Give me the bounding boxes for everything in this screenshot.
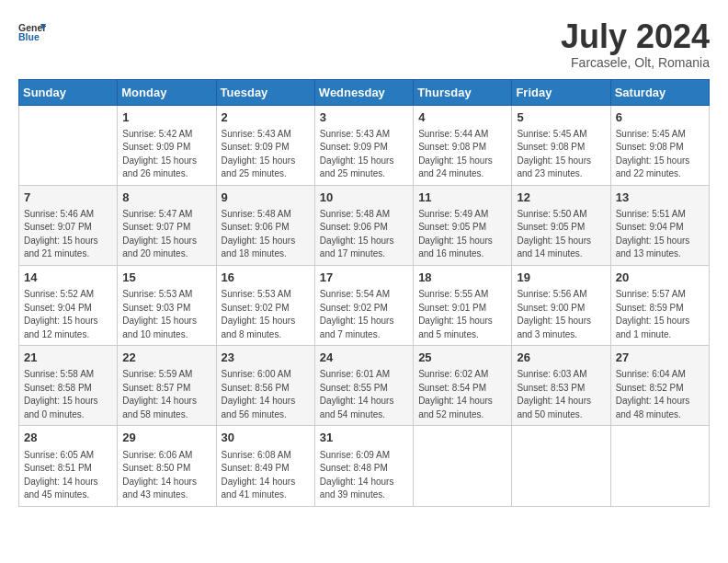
calendar-cell bbox=[414, 426, 512, 506]
day-number: 18 bbox=[418, 270, 506, 286]
calendar-cell: 15Sunrise: 5:53 AM Sunset: 9:03 PM Dayli… bbox=[118, 265, 216, 345]
day-number: 17 bbox=[320, 270, 408, 286]
calendar-cell: 14Sunrise: 5:52 AM Sunset: 9:04 PM Dayli… bbox=[19, 265, 118, 345]
day-info: Sunrise: 5:50 AM Sunset: 9:05 PM Dayligh… bbox=[517, 208, 605, 261]
day-info: Sunrise: 5:59 AM Sunset: 8:57 PM Dayligh… bbox=[122, 368, 210, 421]
calendar-cell: 9Sunrise: 5:48 AM Sunset: 9:06 PM Daylig… bbox=[216, 185, 314, 265]
day-number: 31 bbox=[320, 430, 408, 446]
calendar-cell bbox=[512, 426, 610, 506]
col-header-friday: Friday bbox=[512, 79, 610, 105]
day-number: 15 bbox=[122, 270, 210, 286]
day-number: 5 bbox=[517, 109, 605, 126]
day-number: 25 bbox=[418, 350, 506, 366]
month-year: July 2024 bbox=[561, 18, 710, 55]
day-info: Sunrise: 5:57 AM Sunset: 8:59 PM Dayligh… bbox=[616, 288, 704, 341]
day-number: 24 bbox=[320, 350, 408, 366]
day-info: Sunrise: 5:55 AM Sunset: 9:01 PM Dayligh… bbox=[418, 288, 506, 341]
day-info: Sunrise: 6:06 AM Sunset: 8:50 PM Dayligh… bbox=[122, 449, 210, 502]
day-info: Sunrise: 6:08 AM Sunset: 8:49 PM Dayligh… bbox=[222, 449, 310, 502]
calendar-cell: 28Sunrise: 6:05 AM Sunset: 8:51 PM Dayli… bbox=[19, 426, 118, 506]
day-number: 4 bbox=[418, 109, 506, 126]
calendar-cell: 27Sunrise: 6:04 AM Sunset: 8:52 PM Dayli… bbox=[610, 346, 709, 426]
day-info: Sunrise: 5:45 AM Sunset: 9:08 PM Dayligh… bbox=[616, 128, 704, 181]
calendar-week-row: 28Sunrise: 6:05 AM Sunset: 8:51 PM Dayli… bbox=[19, 426, 710, 506]
col-header-tuesday: Tuesday bbox=[216, 79, 314, 105]
day-number: 26 bbox=[517, 350, 605, 366]
day-info: Sunrise: 5:43 AM Sunset: 9:09 PM Dayligh… bbox=[222, 128, 310, 181]
col-header-thursday: Thursday bbox=[414, 79, 512, 105]
day-info: Sunrise: 5:48 AM Sunset: 9:06 PM Dayligh… bbox=[320, 208, 408, 261]
location: Farcasele, Olt, Romania bbox=[561, 55, 710, 70]
calendar-cell: 19Sunrise: 5:56 AM Sunset: 9:00 PM Dayli… bbox=[512, 265, 610, 345]
day-info: Sunrise: 6:09 AM Sunset: 8:48 PM Dayligh… bbox=[320, 449, 408, 502]
calendar-cell: 22Sunrise: 5:59 AM Sunset: 8:57 PM Dayli… bbox=[118, 346, 216, 426]
calendar-cell: 17Sunrise: 5:54 AM Sunset: 9:02 PM Dayli… bbox=[314, 265, 413, 345]
logo-icon: General Blue bbox=[18, 18, 46, 46]
day-number: 21 bbox=[24, 350, 112, 366]
day-number: 19 bbox=[517, 270, 605, 286]
day-info: Sunrise: 5:42 AM Sunset: 9:09 PM Dayligh… bbox=[122, 128, 210, 181]
calendar-cell: 5Sunrise: 5:45 AM Sunset: 9:08 PM Daylig… bbox=[512, 105, 610, 185]
calendar-week-row: 21Sunrise: 5:58 AM Sunset: 8:58 PM Dayli… bbox=[19, 346, 710, 426]
day-info: Sunrise: 5:43 AM Sunset: 9:09 PM Dayligh… bbox=[320, 128, 408, 181]
title-block: July 2024 Farcasele, Olt, Romania bbox=[561, 18, 710, 70]
day-info: Sunrise: 5:52 AM Sunset: 9:04 PM Dayligh… bbox=[24, 288, 112, 341]
calendar-cell: 24Sunrise: 6:01 AM Sunset: 8:55 PM Dayli… bbox=[314, 346, 413, 426]
calendar-cell: 1Sunrise: 5:42 AM Sunset: 9:09 PM Daylig… bbox=[118, 105, 216, 185]
calendar-cell: 7Sunrise: 5:46 AM Sunset: 9:07 PM Daylig… bbox=[19, 185, 118, 265]
day-info: Sunrise: 6:03 AM Sunset: 8:53 PM Dayligh… bbox=[517, 368, 605, 421]
logo: General Blue bbox=[18, 18, 46, 46]
calendar-header-row: SundayMondayTuesdayWednesdayThursdayFrid… bbox=[19, 79, 710, 105]
day-info: Sunrise: 5:54 AM Sunset: 9:02 PM Dayligh… bbox=[320, 288, 408, 341]
col-header-saturday: Saturday bbox=[610, 79, 709, 105]
calendar-table: SundayMondayTuesdayWednesdayThursdayFrid… bbox=[18, 79, 710, 507]
day-info: Sunrise: 5:49 AM Sunset: 9:05 PM Dayligh… bbox=[418, 208, 506, 261]
day-info: Sunrise: 6:01 AM Sunset: 8:55 PM Dayligh… bbox=[320, 368, 408, 421]
day-number: 14 bbox=[24, 270, 112, 286]
day-number: 1 bbox=[122, 109, 210, 126]
day-info: Sunrise: 6:02 AM Sunset: 8:54 PM Dayligh… bbox=[418, 368, 506, 421]
day-number: 13 bbox=[616, 190, 704, 206]
day-info: Sunrise: 5:53 AM Sunset: 9:02 PM Dayligh… bbox=[222, 288, 310, 341]
day-number: 2 bbox=[222, 109, 310, 126]
calendar-cell: 23Sunrise: 6:00 AM Sunset: 8:56 PM Dayli… bbox=[216, 346, 314, 426]
day-number: 23 bbox=[222, 350, 310, 366]
calendar-cell: 2Sunrise: 5:43 AM Sunset: 9:09 PM Daylig… bbox=[216, 105, 314, 185]
day-info: Sunrise: 6:04 AM Sunset: 8:52 PM Dayligh… bbox=[616, 368, 704, 421]
day-number: 3 bbox=[320, 109, 408, 126]
day-info: Sunrise: 6:00 AM Sunset: 8:56 PM Dayligh… bbox=[222, 368, 310, 421]
calendar-cell: 6Sunrise: 5:45 AM Sunset: 9:08 PM Daylig… bbox=[610, 105, 709, 185]
day-info: Sunrise: 5:44 AM Sunset: 9:08 PM Dayligh… bbox=[418, 128, 506, 181]
day-info: Sunrise: 5:56 AM Sunset: 9:00 PM Dayligh… bbox=[517, 288, 605, 341]
calendar-cell: 3Sunrise: 5:43 AM Sunset: 9:09 PM Daylig… bbox=[314, 105, 413, 185]
calendar-cell: 30Sunrise: 6:08 AM Sunset: 8:49 PM Dayli… bbox=[216, 426, 314, 506]
calendar-cell: 31Sunrise: 6:09 AM Sunset: 8:48 PM Dayli… bbox=[314, 426, 413, 506]
day-info: Sunrise: 5:53 AM Sunset: 9:03 PM Dayligh… bbox=[122, 288, 210, 341]
calendar-cell bbox=[610, 426, 709, 506]
day-number: 10 bbox=[320, 190, 408, 206]
day-number: 30 bbox=[222, 430, 310, 446]
day-number: 22 bbox=[122, 350, 210, 366]
calendar-week-row: 14Sunrise: 5:52 AM Sunset: 9:04 PM Dayli… bbox=[19, 265, 710, 345]
calendar-cell: 20Sunrise: 5:57 AM Sunset: 8:59 PM Dayli… bbox=[610, 265, 709, 345]
day-number: 29 bbox=[122, 430, 210, 446]
day-info: Sunrise: 5:51 AM Sunset: 9:04 PM Dayligh… bbox=[616, 208, 704, 261]
day-number: 8 bbox=[122, 190, 210, 206]
day-number: 7 bbox=[24, 190, 112, 206]
day-info: Sunrise: 5:47 AM Sunset: 9:07 PM Dayligh… bbox=[122, 208, 210, 261]
day-number: 16 bbox=[222, 270, 310, 286]
day-number: 20 bbox=[616, 270, 704, 286]
day-number: 27 bbox=[616, 350, 704, 366]
calendar-cell: 21Sunrise: 5:58 AM Sunset: 8:58 PM Dayli… bbox=[19, 346, 118, 426]
day-info: Sunrise: 5:45 AM Sunset: 9:08 PM Dayligh… bbox=[517, 128, 605, 181]
calendar-cell: 12Sunrise: 5:50 AM Sunset: 9:05 PM Dayli… bbox=[512, 185, 610, 265]
calendar-week-row: 1Sunrise: 5:42 AM Sunset: 9:09 PM Daylig… bbox=[19, 105, 710, 185]
calendar-cell: 8Sunrise: 5:47 AM Sunset: 9:07 PM Daylig… bbox=[118, 185, 216, 265]
col-header-wednesday: Wednesday bbox=[314, 79, 413, 105]
svg-text:Blue: Blue bbox=[18, 31, 40, 42]
calendar-cell: 11Sunrise: 5:49 AM Sunset: 9:05 PM Dayli… bbox=[414, 185, 512, 265]
calendar-week-row: 7Sunrise: 5:46 AM Sunset: 9:07 PM Daylig… bbox=[19, 185, 710, 265]
day-info: Sunrise: 5:46 AM Sunset: 9:07 PM Dayligh… bbox=[24, 208, 112, 261]
day-info: Sunrise: 5:48 AM Sunset: 9:06 PM Dayligh… bbox=[222, 208, 310, 261]
calendar-cell: 25Sunrise: 6:02 AM Sunset: 8:54 PM Dayli… bbox=[414, 346, 512, 426]
